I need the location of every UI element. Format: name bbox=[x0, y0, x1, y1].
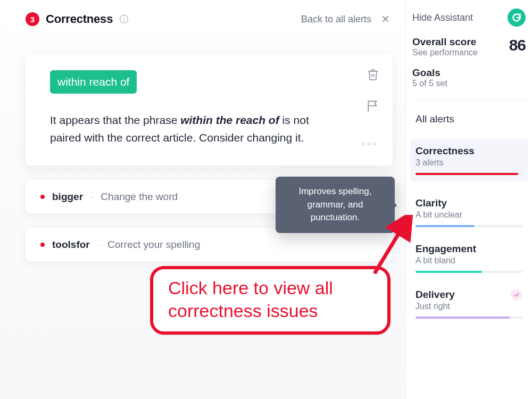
alert-message: Correct your spelling bbox=[107, 239, 200, 251]
score-label: Overall score bbox=[412, 36, 478, 48]
alert-word: toolsfor bbox=[52, 239, 90, 251]
goals-label: Goals bbox=[412, 67, 526, 79]
category-bar bbox=[415, 225, 475, 227]
annotation-callout: Click here to view all correctness issue… bbox=[150, 266, 390, 335]
category-tooltip: Improves spelling, grammar, and punctuat… bbox=[276, 177, 395, 233]
page-title: Correctness bbox=[46, 12, 113, 26]
alert-count-badge: 3 bbox=[26, 12, 39, 26]
category-title: Delivery bbox=[415, 289, 522, 301]
suggestion-card: within reach of It appears that the phra… bbox=[26, 54, 393, 165]
more-icon[interactable]: ○○○ bbox=[361, 140, 378, 147]
goals-sub: 5 of 5 set bbox=[412, 79, 526, 88]
category-bar bbox=[415, 317, 510, 319]
overall-score-block[interactable]: Overall score See performance 86 bbox=[412, 36, 526, 57]
severity-dot-icon bbox=[40, 195, 45, 199]
category-title: Clarity bbox=[415, 197, 522, 209]
see-performance-link[interactable]: See performance bbox=[412, 48, 478, 57]
separator-dot: · bbox=[90, 191, 93, 203]
grammarly-logo-icon[interactable] bbox=[508, 9, 526, 27]
score-value: 86 bbox=[509, 36, 526, 54]
check-badge-icon bbox=[511, 289, 522, 301]
sidebar-category-clarity[interactable]: Clarity A bit unclear bbox=[412, 194, 526, 227]
category-sub: A bit bland bbox=[415, 256, 522, 265]
sidebar-category-engagement[interactable]: Engagement A bit bland bbox=[412, 240, 526, 273]
sidebar-category-delivery[interactable]: Delivery Just right bbox=[412, 286, 526, 319]
suggestion-explanation: It appears that the phrase within the re… bbox=[50, 112, 332, 146]
goals-block[interactable]: Goals 5 of 5 set bbox=[412, 67, 526, 88]
category-sub: Just right bbox=[415, 302, 522, 311]
alert-word: bigger bbox=[52, 191, 83, 203]
category-sub: A bit unclear bbox=[415, 210, 522, 220]
category-bar bbox=[415, 173, 518, 175]
suggestion-pill[interactable]: within reach of bbox=[50, 70, 137, 94]
back-to-alerts-link[interactable]: Back to all alerts bbox=[301, 14, 371, 25]
close-icon[interactable]: ✕ bbox=[378, 12, 393, 27]
alert-row[interactable]: toolsfor · Correct your spelling bbox=[26, 228, 393, 261]
divider bbox=[412, 100, 526, 101]
info-icon[interactable] bbox=[119, 14, 129, 24]
all-alerts-link[interactable]: All alerts bbox=[412, 110, 526, 128]
severity-dot-icon bbox=[40, 243, 45, 247]
category-bar bbox=[415, 271, 482, 273]
svg-point-2 bbox=[123, 17, 124, 18]
separator-dot: · bbox=[97, 239, 100, 251]
category-sub: 3 alerts bbox=[415, 158, 522, 168]
flag-icon[interactable] bbox=[366, 99, 380, 115]
hide-assistant-link[interactable]: Hide Assistant bbox=[412, 12, 473, 23]
sidebar-category-correctness[interactable]: Correctness 3 alerts bbox=[410, 139, 528, 181]
category-title: Engagement bbox=[415, 243, 522, 255]
alert-message: Change the word bbox=[101, 191, 178, 203]
trash-icon[interactable] bbox=[367, 68, 379, 83]
category-title: Correctness bbox=[415, 145, 522, 157]
